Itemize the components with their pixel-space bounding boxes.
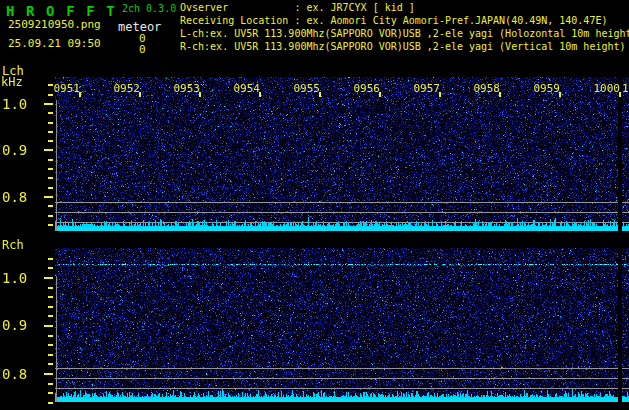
time-tick-mark (319, 92, 321, 97)
time-tick-mark (619, 92, 621, 97)
time-tick-label: 0955 (294, 83, 321, 94)
receiving-location-line: Receiving Location : ex. Aomori City Aom… (180, 16, 607, 26)
rch-spectrogram (55, 248, 629, 402)
time-tick-mark (559, 92, 561, 97)
freq-minor-tick (48, 383, 53, 385)
time-tick-label: 0953 (174, 83, 201, 94)
time-tick-mark (499, 92, 501, 97)
freq-minor-tick (48, 177, 53, 179)
freq-minor-tick (48, 296, 53, 298)
freq-minor-tick (48, 344, 53, 346)
hrofft-screen: H R O F F T 2ch 0.3.0 2509210950.png met… (0, 0, 629, 410)
time-tick-mark (439, 92, 441, 97)
time-tick-mark (199, 92, 201, 97)
time-tick-label: 0957 (414, 83, 441, 94)
time-tick-label: 0951 (54, 83, 81, 94)
freq-minor-tick (48, 187, 53, 189)
freq-minor-tick (48, 112, 53, 114)
freq-tick-label: 0.8 (2, 190, 27, 204)
time-tick-label: 1000 (594, 83, 621, 94)
app-version: 2ch 0.3.0 (122, 4, 176, 14)
freq-minor-tick (48, 131, 53, 133)
freq-tick-label: 0.9 (2, 143, 27, 157)
freq-tick-label: 0.8 (2, 367, 27, 381)
freq-tick-label: 1.0 (2, 271, 27, 285)
freq-minor-tick (48, 84, 53, 86)
rch-panel-label: Rch (2, 239, 24, 251)
freq-major-tick (44, 277, 53, 279)
observer-line: Ovserver : ex. JR7CYX [ kid ] (180, 3, 415, 13)
time-tick-label-partial: 1 (622, 83, 629, 94)
freq-minor-tick (48, 287, 53, 289)
freq-minor-tick (48, 215, 53, 217)
rch-rig-line: R-ch:ex. UV5R 113.900Mhz(SAPPORO VOR)USB… (180, 42, 626, 52)
freq-minor-tick (48, 392, 53, 394)
meteor-count-bottom: 0 (139, 44, 146, 55)
freq-minor-tick (48, 205, 53, 207)
freq-major-tick (44, 325, 53, 327)
freq-minor-tick (48, 306, 53, 308)
freq-minor-tick (48, 354, 53, 356)
time-tick-mark (79, 92, 81, 97)
freq-minor-tick (48, 258, 53, 260)
freq-minor-tick (48, 335, 53, 337)
freq-minor-tick (48, 168, 53, 170)
freq-minor-tick (48, 402, 53, 404)
time-tick-label: 0952 (114, 83, 141, 94)
freq-minor-tick (48, 224, 53, 226)
time-tick-mark (379, 92, 381, 97)
app-title: H R O F F T (6, 4, 116, 18)
freq-minor-tick (48, 267, 53, 269)
freq-minor-tick (48, 94, 53, 96)
time-tick-mark (259, 92, 261, 97)
capture-datetime: 25.09.21 09:50 (8, 38, 101, 49)
freq-minor-tick (48, 159, 53, 161)
freq-major-tick (44, 373, 53, 375)
freq-tick-label: 0.9 (2, 318, 27, 332)
capture-filename: 2509210950.png (8, 19, 101, 30)
freq-major-tick (44, 149, 53, 151)
time-tick-mark (139, 92, 141, 97)
time-tick-label: 0958 (474, 83, 501, 94)
lch-rig-line: L-ch:ex. UV5R 113.900Mhz(SAPPORO VOR)USB… (180, 29, 629, 39)
lch-spectrogram (55, 77, 629, 231)
khz-unit-label: kHz (1, 76, 23, 88)
freq-minor-tick (48, 122, 53, 124)
time-tick-label: 0959 (534, 83, 561, 94)
time-tick-label: 0956 (354, 83, 381, 94)
freq-major-tick (44, 103, 53, 105)
time-tick-label: 0954 (234, 83, 261, 94)
freq-minor-tick (48, 363, 53, 365)
freq-minor-tick (48, 315, 53, 317)
freq-tick-label: 1.0 (2, 97, 27, 111)
freq-minor-tick (48, 140, 53, 142)
freq-major-tick (44, 196, 53, 198)
